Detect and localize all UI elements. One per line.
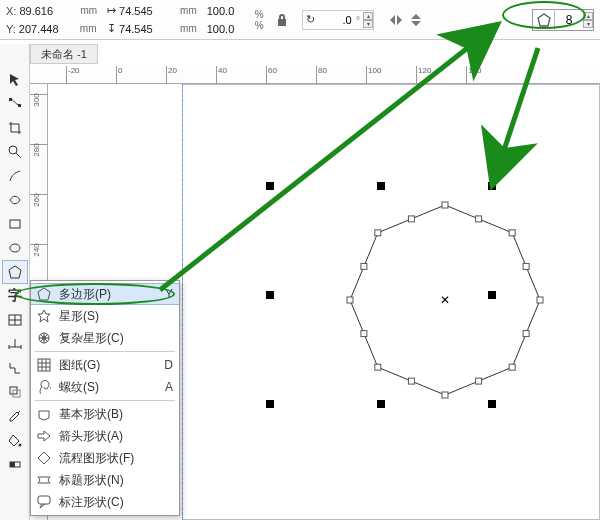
flyout-item[interactable]: 螺纹(S)A <box>31 376 179 398</box>
ellipse-tool[interactable] <box>2 236 28 260</box>
flyout-item-label: 复杂星形(C) <box>59 330 167 347</box>
svg-marker-40 <box>38 310 50 322</box>
size-group: ↦ mm ↧ mm <box>107 2 197 38</box>
flyout-item[interactable]: 流程图形状(F) <box>31 447 179 469</box>
svg-rect-22 <box>266 291 274 299</box>
ruler-tick: 120 <box>416 66 431 84</box>
width-icon: ↦ <box>107 4 116 17</box>
svg-rect-45 <box>38 496 50 504</box>
svg-marker-0 <box>538 14 550 26</box>
arrow-shapes-icon <box>35 427 53 445</box>
svg-rect-30 <box>10 220 20 228</box>
polygon-sides-input[interactable] <box>555 13 583 27</box>
flyout-item-label: 螺纹(S) <box>59 379 159 396</box>
svg-rect-43 <box>38 359 50 371</box>
svg-rect-21 <box>488 182 496 190</box>
shape-tool[interactable] <box>2 92 28 116</box>
text-tool[interactable]: 字 <box>2 284 28 308</box>
y-label: Y: <box>6 23 16 35</box>
x-label: X: <box>6 5 16 17</box>
pentagon-icon <box>533 9 555 31</box>
svg-rect-14 <box>408 378 414 384</box>
flyout-item-label: 多边形(P) <box>59 286 159 303</box>
flyout-item-label: 流程图形状(F) <box>59 450 167 467</box>
freehand-tool[interactable] <box>2 164 28 188</box>
toolbox: 字 <box>0 44 30 520</box>
height-icon: ↧ <box>107 22 116 35</box>
mirror-horizontal-button[interactable] <box>386 10 406 30</box>
svg-rect-28 <box>18 104 21 107</box>
flyout-item-label: 图纸(G) <box>59 357 158 374</box>
svg-marker-39 <box>38 288 50 300</box>
flyout-item[interactable]: 复杂星形(C) <box>31 327 179 349</box>
flyout-item-shortcut: D <box>164 358 173 372</box>
ruler-tick: 40 <box>216 66 227 84</box>
polygon-tool[interactable] <box>2 260 28 284</box>
document-tab[interactable]: 未命名 -1 <box>30 44 98 64</box>
sides-spinner[interactable]: ▴▾ <box>583 12 593 28</box>
eyedropper-tool[interactable] <box>2 404 28 428</box>
y-input[interactable] <box>19 23 77 35</box>
ruler-tick: 140 <box>466 66 481 84</box>
flyout-item[interactable]: 多边形(P)Y <box>31 283 179 305</box>
svg-rect-5 <box>509 364 515 370</box>
rotation-input[interactable] <box>318 14 356 26</box>
ruler-tick: 0 <box>116 66 122 84</box>
interactive-fill-tool[interactable] <box>2 452 28 476</box>
polygon-sides-field[interactable]: ▴▾ <box>532 9 594 31</box>
scale-x-input[interactable] <box>207 5 245 17</box>
table-tool[interactable] <box>2 308 28 332</box>
scale-y-input[interactable] <box>207 23 245 35</box>
ruler-tick: -20 <box>66 66 80 84</box>
callout-shapes-icon <box>35 493 53 511</box>
scale-group <box>207 2 245 38</box>
flyout-item[interactable]: 箭头形状(A) <box>31 425 179 447</box>
height-input[interactable] <box>119 23 177 35</box>
ruler-tick: 100 <box>366 66 381 84</box>
svg-rect-11 <box>523 263 529 269</box>
fill-tool[interactable] <box>2 428 28 452</box>
rotation-field[interactable]: ↻ ° ▴▾ <box>302 10 374 30</box>
star-icon <box>35 307 53 325</box>
connector-tool[interactable] <box>2 356 28 380</box>
flyout-item[interactable]: 图纸(G)D <box>31 354 179 376</box>
pick-tool[interactable] <box>2 68 28 92</box>
x-input[interactable] <box>19 5 77 17</box>
svg-rect-10 <box>476 216 482 222</box>
svg-rect-16 <box>361 263 367 269</box>
ruler-horizontal[interactable]: -20020406080100120140 <box>30 66 600 84</box>
dimension-tool[interactable] <box>2 332 28 356</box>
crop-tool[interactable] <box>2 116 28 140</box>
rotate-icon: ↻ <box>303 13 318 26</box>
artistic-media-tool[interactable] <box>2 188 28 212</box>
svg-rect-7 <box>375 364 381 370</box>
svg-rect-19 <box>266 182 274 190</box>
grid-icon <box>35 356 53 374</box>
flyout-item-shortcut: A <box>165 380 173 394</box>
basic-shapes-icon <box>35 405 53 423</box>
flyout-item[interactable]: 标题形状(N) <box>31 469 179 491</box>
svg-marker-44 <box>38 452 50 464</box>
flyout-item[interactable]: 标注形状(C) <box>31 491 179 513</box>
svg-rect-27 <box>9 98 12 101</box>
svg-rect-17 <box>408 216 414 222</box>
mirror-vertical-button[interactable] <box>406 10 426 30</box>
ruler-tick: 300 <box>30 94 48 104</box>
object-property-bar: X: mm Y: mm ↦ mm ↧ mm % % <box>0 0 600 40</box>
svg-point-31 <box>10 244 20 252</box>
polygon-tool-flyout[interactable]: 多边形(P)Y星形(S)复杂星形(C)图纸(G)D螺纹(S)A基本形状(B)箭头… <box>30 280 180 516</box>
svg-rect-3 <box>509 230 515 236</box>
svg-rect-15 <box>361 331 367 337</box>
effects-tool[interactable] <box>2 380 28 404</box>
zoom-tool[interactable] <box>2 140 28 164</box>
rotation-spinner[interactable]: ▴▾ <box>363 12 373 28</box>
flyout-item[interactable]: 星形(S) <box>31 305 179 327</box>
width-input[interactable] <box>119 5 177 17</box>
ruler-tick: 80 <box>316 66 327 84</box>
flyout-item[interactable]: 基本形状(B) <box>31 403 179 425</box>
ruler-tick: 260 <box>30 194 48 204</box>
svg-rect-9 <box>375 230 381 236</box>
flyout-item-label: 基本形状(B) <box>59 406 167 423</box>
lock-ratio-button[interactable] <box>272 10 292 30</box>
rectangle-tool[interactable] <box>2 212 28 236</box>
